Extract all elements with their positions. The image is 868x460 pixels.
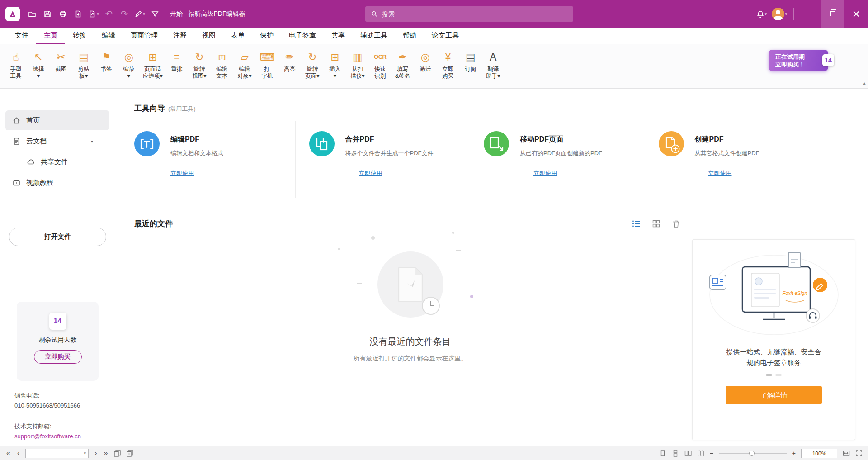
- menu-item-esign[interactable]: 电子签章: [281, 28, 324, 44]
- close-button[interactable]: [844, 0, 868, 28]
- esign-pen-button[interactable]: ▾: [132, 6, 147, 22]
- book-view-button[interactable]: [697, 450, 704, 457]
- export-pdf-button[interactable]: [71, 6, 86, 22]
- ribbon-tool-translate-assistant[interactable]: A 翻译 助手▾: [482, 49, 505, 80]
- zoom-slider-handle[interactable]: [749, 451, 755, 456]
- ribbon-tool-bookmark[interactable]: ⚑ 书签: [95, 49, 118, 80]
- ribbon-tool-edit-text[interactable]: [T] 编辑 文本: [211, 49, 233, 80]
- ribbon-tool-buy-now[interactable]: ¥ 立即 购买: [437, 49, 459, 80]
- sidebar-item-shared-files[interactable]: 共享文件: [5, 152, 109, 172]
- list-view-button[interactable]: [629, 218, 643, 230]
- sidebar-item-home[interactable]: 首页: [5, 110, 109, 130]
- ribbon-tool-select[interactable]: ↖ 选择 ▾: [27, 49, 50, 80]
- menu-item-paper-tools[interactable]: 论文工具: [424, 28, 467, 44]
- fit-width-button[interactable]: [843, 450, 850, 457]
- use-now-link[interactable]: 立即使用: [708, 169, 732, 177]
- menu-item-protect[interactable]: 保护: [252, 28, 281, 44]
- create-pdf-button[interactable]: ▾: [86, 6, 101, 22]
- menu-item-convert[interactable]: 转换: [65, 28, 94, 44]
- chevron-down-icon[interactable]: ▾: [81, 449, 88, 458]
- use-now-link[interactable]: 立即使用: [359, 169, 382, 177]
- zoom-percent-input[interactable]: [802, 449, 837, 458]
- facing-view-button[interactable]: [684, 450, 692, 457]
- single-page-icon: [659, 450, 666, 457]
- notifications-button[interactable]: ▾: [754, 6, 769, 22]
- first-page-button[interactable]: «: [5, 450, 11, 457]
- search-box[interactable]: [365, 6, 573, 22]
- search-input[interactable]: [382, 10, 568, 18]
- menu-item-page-manage[interactable]: 页面管理: [123, 28, 165, 44]
- ribbon-tool-clipboard[interactable]: ▤ 剪贴 板▾: [72, 49, 95, 80]
- menu-item-edit[interactable]: 编辑: [94, 28, 123, 44]
- filter-button[interactable]: [147, 6, 163, 22]
- ribbon-tool-fill-sign[interactable]: ✒ 填写 &签名: [392, 49, 414, 80]
- trial-panel: 14 剩余试用天数 立即购买: [17, 302, 99, 381]
- use-now-link[interactable]: 立即使用: [170, 169, 194, 177]
- user-avatar[interactable]: [772, 8, 784, 20]
- single-page-view-button[interactable]: [659, 450, 666, 457]
- minimize-button[interactable]: [797, 0, 821, 28]
- ribbon-tool-typewriter[interactable]: ⌨ 打 字机: [256, 49, 278, 80]
- ribbon-tool-edit-object[interactable]: ▱ 编辑 对象▾: [233, 49, 256, 80]
- next-page-button[interactable]: ›: [94, 450, 98, 457]
- undo-button[interactable]: ↶: [101, 6, 117, 22]
- ribbon-tool-insert[interactable]: ⊞ 插入 ▾: [324, 49, 346, 80]
- ribbon-tool-from-scanner[interactable]: ▥ 从扫 描仪▾: [346, 49, 369, 80]
- ribbon-tool-rotate-pages[interactable]: ↻ 旋转 页面▾: [301, 49, 324, 80]
- menu-item-accessibility[interactable]: 辅助工具: [353, 28, 395, 44]
- redo-button[interactable]: ↷: [117, 6, 132, 22]
- ribbon-tool-zoom[interactable]: ◎ 缩放 ▾: [118, 49, 140, 80]
- carousel-dot[interactable]: [775, 374, 782, 376]
- continuous-view-button[interactable]: [672, 450, 679, 457]
- zoom-percent-box[interactable]: [801, 449, 837, 458]
- prev-view-button[interactable]: [113, 450, 121, 457]
- menu-item-comment[interactable]: 注释: [165, 28, 194, 44]
- menu-item-help[interactable]: 帮助: [395, 28, 424, 44]
- scrollbar-up-button[interactable]: ▴: [863, 81, 866, 86]
- zoom-in-button[interactable]: +: [792, 450, 796, 457]
- ribbon-tool-highlight[interactable]: ✏ 高亮: [278, 49, 301, 80]
- menu-item-file[interactable]: 文件: [7, 28, 36, 44]
- ribbon-tool-rotate-view[interactable]: ↻ 旋转 视图▾: [188, 49, 211, 80]
- open-file-big-button[interactable]: 打开文件: [9, 228, 106, 246]
- sidebar-item-cloud-docs[interactable]: 云文档 ▾: [5, 131, 109, 151]
- page-number-box[interactable]: ▾: [25, 449, 89, 458]
- ribbon-tool-page-fit[interactable]: ⊞ 页面适 应选项▾: [140, 49, 165, 80]
- grid-view-button[interactable]: [649, 218, 663, 230]
- ribbon-tool-activate[interactable]: ◎ 激活: [414, 49, 437, 80]
- save-button[interactable]: [40, 6, 55, 22]
- ribbon-tool-hand-tool[interactable]: ☝ 手型 工具: [5, 49, 27, 80]
- menu-item-share[interactable]: 共享: [324, 28, 353, 44]
- next-view-button[interactable]: [126, 450, 134, 457]
- print-button[interactable]: [55, 6, 71, 22]
- ribbon-tool-subscribe[interactable]: ▤ 订阅: [459, 49, 482, 80]
- card-title: 移动PDF页面: [520, 131, 602, 144]
- tools-guide-header: 工具向导 (常用工具): [134, 103, 196, 114]
- menu-item-home[interactable]: 主页: [36, 28, 65, 44]
- menu-item-view[interactable]: 视图: [194, 28, 223, 44]
- ribbon-tool-snapshot[interactable]: ✂ 截图: [50, 49, 72, 80]
- chevron-down-icon[interactable]: ▾: [785, 12, 787, 16]
- fullscreen-button[interactable]: [855, 450, 863, 457]
- ribbon-tool-reflow[interactable]: ≡ 重排: [165, 49, 188, 80]
- ribbon-tool-quick-ocr[interactable]: OCR 快速 识别: [369, 49, 392, 80]
- open-file-button[interactable]: [24, 6, 40, 22]
- clock-icon: [422, 297, 440, 315]
- chevron-down-icon[interactable]: ▾: [91, 139, 103, 144]
- trial-banner[interactable]: 正在试用期 立即购买！ 14: [769, 50, 828, 71]
- carousel-dot-active[interactable]: [766, 374, 772, 376]
- learn-more-button[interactable]: 了解详情: [726, 386, 822, 404]
- zoom-out-button[interactable]: −: [710, 450, 713, 457]
- restore-button[interactable]: [821, 0, 844, 28]
- support-email-link[interactable]: support@foxitsoftware.cn: [14, 432, 81, 441]
- zoom-slider[interactable]: [719, 453, 787, 454]
- prev-page-button[interactable]: ‹: [16, 450, 20, 457]
- clear-recent-button[interactable]: [669, 218, 683, 230]
- sidebar-item-video-tutorials[interactable]: 视频教程: [5, 173, 109, 193]
- page-number-input[interactable]: [26, 450, 81, 456]
- use-now-link[interactable]: 立即使用: [533, 169, 557, 177]
- last-page-button[interactable]: »: [103, 450, 109, 457]
- app-logo-icon[interactable]: [5, 7, 20, 21]
- menu-item-form[interactable]: 表单: [223, 28, 252, 44]
- buy-now-button[interactable]: 立即购买: [34, 350, 82, 364]
